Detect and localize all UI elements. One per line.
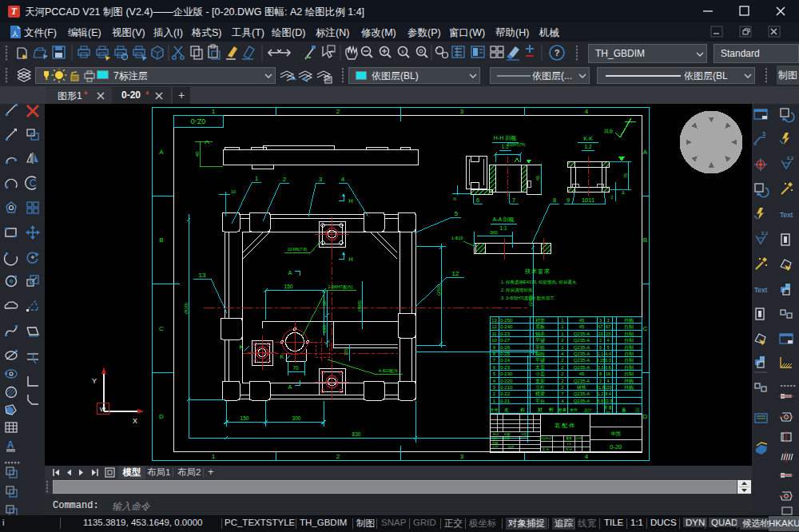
svg-text:3: 3 bbox=[606, 318, 609, 323]
svg-text:1-Φ19: 1-Φ19 bbox=[451, 236, 463, 240]
svg-text:4: 4 bbox=[606, 379, 609, 383]
svg-text:Ν: Ν bbox=[453, 197, 456, 201]
svg-text:中国: 中国 bbox=[611, 431, 621, 437]
svg-text:自制: 自制 bbox=[624, 351, 634, 357]
svg-text:Q235-A: Q235-A bbox=[574, 379, 590, 383]
svg-text:A: A bbox=[643, 149, 648, 156]
svg-text:3: 3 bbox=[460, 108, 464, 115]
svg-text:手轮: 手轮 bbox=[535, 344, 545, 351]
svg-text:1.1: 1.1 bbox=[598, 351, 604, 356]
svg-text:料: 料 bbox=[549, 407, 554, 412]
svg-text:4: 4 bbox=[606, 338, 609, 343]
svg-text:铸铁: 铸铁 bbox=[576, 384, 586, 390]
svg-text:外购: 外购 bbox=[624, 317, 634, 324]
svg-text:审核: 审核 bbox=[492, 441, 499, 445]
svg-text:1: 1 bbox=[561, 324, 564, 329]
svg-text:12: 12 bbox=[452, 270, 459, 277]
svg-text:3: 3 bbox=[599, 318, 602, 323]
svg-text:8: 8 bbox=[493, 351, 496, 356]
svg-text:0-23: 0-23 bbox=[500, 365, 511, 370]
svg-text:1: 1 bbox=[212, 108, 216, 115]
svg-text:13: 13 bbox=[199, 272, 206, 279]
svg-text:2: 2 bbox=[599, 338, 602, 343]
svg-text:3: 3 bbox=[762, 131, 765, 137]
svg-text:A-A 剖视: A-A 剖视 bbox=[492, 216, 514, 223]
svg-text:Q235-A: Q235-A bbox=[574, 338, 590, 343]
svg-text:40: 40 bbox=[195, 151, 200, 157]
svg-text:10: 10 bbox=[491, 338, 497, 343]
svg-text:件号: 件号 bbox=[490, 407, 499, 412]
svg-text:23: 23 bbox=[598, 332, 602, 336]
svg-text:22.3: 22.3 bbox=[604, 399, 613, 403]
svg-text:0-220: 0-220 bbox=[500, 379, 513, 383]
svg-text:0Z-0: 0Z-0 bbox=[191, 117, 206, 125]
svg-text:9: 9 bbox=[493, 345, 496, 350]
svg-text:Q235-A: Q235-A bbox=[574, 358, 590, 363]
svg-text:总计: 总计 bbox=[584, 407, 592, 412]
svg-text:底板: 底板 bbox=[535, 324, 545, 329]
svg-text:2: 2 bbox=[336, 453, 340, 460]
svg-text:名: 名 bbox=[504, 407, 509, 413]
svg-text:D: D bbox=[643, 413, 648, 420]
svg-text:0-210: 0-210 bbox=[500, 385, 513, 390]
svg-text:A: A bbox=[159, 149, 164, 156]
svg-text:4: 4 bbox=[561, 351, 564, 356]
svg-text:平键: 平键 bbox=[535, 357, 545, 363]
svg-text:2: 2 bbox=[561, 365, 564, 370]
svg-text:比例: 比例 bbox=[575, 436, 582, 440]
svg-text:校核: 校核 bbox=[503, 436, 510, 440]
svg-text:批准: 批准 bbox=[508, 445, 515, 449]
svg-text:1:4: 1:4 bbox=[566, 442, 571, 446]
svg-text:1:2: 1:2 bbox=[584, 144, 591, 149]
svg-text:1: 1 bbox=[493, 399, 496, 403]
svg-text:1:1: 1:1 bbox=[499, 225, 507, 231]
svg-text:标记: 标记 bbox=[492, 432, 499, 436]
svg-text:0-230: 0-230 bbox=[500, 371, 513, 376]
svg-text:1: 1 bbox=[212, 453, 216, 460]
svg-text:Q235-A: Q235-A bbox=[574, 365, 590, 370]
svg-text:75: 75 bbox=[623, 173, 628, 178]
svg-text:4.4: 4.4 bbox=[605, 351, 611, 356]
svg-text:备: 备 bbox=[622, 407, 626, 413]
svg-text:0-22: 0-22 bbox=[500, 391, 511, 396]
svg-text:单件: 单件 bbox=[570, 407, 578, 412]
svg-text:0-26: 0-26 bbox=[500, 345, 511, 350]
svg-text:Q235-A: Q235-A bbox=[574, 391, 590, 396]
svg-text:0-21: 0-21 bbox=[500, 399, 511, 403]
svg-text:平键: 平键 bbox=[535, 337, 545, 343]
svg-text:1: 1 bbox=[255, 175, 259, 182]
svg-text:小盖: 小盖 bbox=[535, 371, 545, 376]
svg-text:(490): (490) bbox=[357, 300, 362, 312]
svg-text:kg: kg bbox=[606, 410, 610, 414]
svg-text:1. 焊条选用E4315, 焊前预热, 焊后退火.: 1. 焊条选用E4315, 焊前预热, 焊后退火. bbox=[501, 279, 578, 285]
svg-text:外购: 外购 bbox=[624, 384, 634, 391]
svg-text:Q235-A: Q235-A bbox=[574, 345, 590, 350]
svg-text:51.8: 51.8 bbox=[596, 385, 605, 390]
svg-text:2: 2 bbox=[561, 338, 564, 343]
svg-text:自制: 自制 bbox=[624, 324, 634, 330]
svg-text:重量: 重量 bbox=[566, 436, 572, 440]
svg-text:0-24: 0-24 bbox=[500, 358, 511, 363]
svg-text:共 张: 共 张 bbox=[543, 447, 550, 451]
svg-text:103: 103 bbox=[604, 385, 611, 390]
svg-text:0-25: 0-25 bbox=[500, 351, 511, 356]
svg-text:Text: Text bbox=[754, 286, 768, 294]
svg-text:7: 7 bbox=[561, 391, 564, 396]
svg-text:60: 60 bbox=[322, 300, 327, 306]
svg-text:3.15: 3.15 bbox=[596, 358, 605, 363]
svg-text:Q235-A: Q235-A bbox=[574, 332, 590, 336]
svg-text:B: B bbox=[159, 236, 163, 244]
svg-text:装配件: 装配件 bbox=[555, 423, 576, 429]
svg-text:自制: 自制 bbox=[624, 358, 634, 363]
svg-text:H-H 剖视: H-H 剖视 bbox=[494, 135, 516, 141]
svg-text:C: C bbox=[643, 325, 648, 332]
svg-text:H: H bbox=[348, 197, 352, 204]
svg-text:8.4: 8.4 bbox=[605, 391, 611, 396]
svg-text:8: 8 bbox=[599, 371, 602, 376]
svg-text:2: 2 bbox=[336, 108, 340, 115]
svg-text:45: 45 bbox=[579, 318, 585, 323]
svg-text:支架: 支架 bbox=[535, 378, 545, 384]
svg-text:2-Φ6H7(配作): 2-Φ6H7(配作) bbox=[328, 284, 353, 290]
svg-text:轴承: 轴承 bbox=[535, 332, 545, 337]
svg-text:7: 7 bbox=[493, 358, 496, 363]
